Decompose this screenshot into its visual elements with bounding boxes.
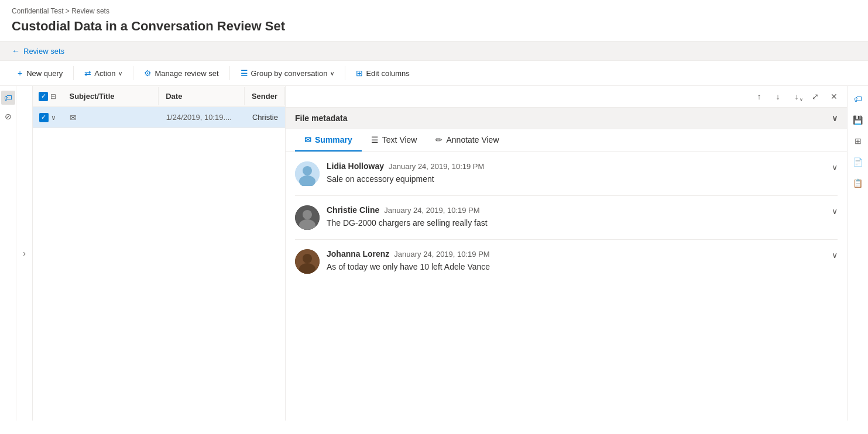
manage-review-set-label: Manage review set (155, 69, 218, 78)
close-panel-button[interactable]: ✕ (826, 88, 842, 105)
expand-panel-button[interactable]: ⤢ (807, 88, 824, 105)
svg-point-4 (303, 210, 312, 219)
file-metadata-label: File metadata (295, 113, 347, 123)
message-time-3: January 24, 2019, 10:19 PM (394, 250, 489, 259)
avatar-1-svg (295, 161, 320, 186)
gear-icon: ⚙ (144, 68, 152, 78)
expand-list-button[interactable]: › (16, 86, 33, 421)
group-icon: ☰ (241, 68, 248, 78)
content-area: ⊟ Subject/Title Date Sender ∨ ✉ 1/24/201… (33, 86, 285, 421)
group-by-label: Group by conversation (251, 69, 328, 78)
message-text-1: Sale on accessory equipment (327, 173, 825, 185)
navigate-down-alt-button[interactable]: ↓ ∨ (788, 88, 805, 105)
svg-point-7 (303, 254, 312, 263)
panel-toolbar: ↑ ↓ ↓ ∨ ⤢ ✕ (286, 86, 847, 108)
tab-summary[interactable]: ✉ Summary (295, 129, 362, 151)
message-expand-2[interactable]: ∨ (832, 205, 838, 216)
file-metadata-bar: File metadata ∨ (286, 108, 847, 129)
message-expand-3[interactable]: ∨ (832, 249, 838, 260)
row-expand-icon[interactable]: ∨ (51, 113, 56, 122)
row-date: 1/24/2019, 10:19.... (159, 109, 245, 125)
text-view-icon: ☰ (371, 135, 379, 144)
right-rail: 🏷 💾 ⊞ 📄 📋 (847, 86, 868, 421)
svg-point-1 (303, 166, 312, 175)
rail-table-icon[interactable]: ⊞ (850, 133, 866, 149)
manage-review-set-button[interactable]: ⚙ Manage review set (138, 66, 224, 81)
file-metadata-chevron-icon[interactable]: ∨ (832, 113, 838, 123)
message-header-1: Lidia Holloway January 24, 2019, 10:19 P… (327, 161, 825, 171)
tab-text-view[interactable]: ☰ Text View (362, 129, 427, 151)
edit-columns-button[interactable]: ⊞ Edit columns (350, 66, 415, 81)
back-nav-label[interactable]: Review sets (23, 47, 64, 56)
message-content-1: Lidia Holloway January 24, 2019, 10:19 P… (327, 161, 825, 185)
main-area: 🏷 ⊘ › ⊟ Subject/Title Date Sender (0, 86, 868, 421)
action-label: Action (94, 69, 115, 78)
annotate-icon: ✏ (435, 135, 442, 144)
tab-annotate-view[interactable]: ✏ Annotate View (426, 129, 508, 151)
back-nav[interactable]: ← Review sets (0, 42, 868, 61)
message-text-2: The DG-2000 chargers are selling really … (327, 217, 825, 229)
expand-arrow-icon: › (23, 249, 26, 258)
group-by-conversation-button[interactable]: ☰ Group by conversation ∨ (235, 66, 341, 81)
header-subject: Subject/Title (62, 87, 159, 105)
message-expand-1[interactable]: ∨ (832, 161, 838, 172)
message-item-3: Johanna Lorenz January 24, 2019, 10:19 P… (295, 240, 838, 283)
breadcrumb-separator: > (66, 7, 70, 15)
header-date: Date (159, 87, 245, 105)
group-chevron-icon: ∨ (330, 70, 334, 77)
message-content-3: Johanna Lorenz January 24, 2019, 10:19 P… (327, 249, 825, 273)
rail-doc2-icon[interactable]: 📋 (850, 175, 866, 191)
action-icon: ⇄ (84, 68, 91, 78)
message-item-2: Christie Cline January 24, 2019, 10:19 P… (295, 196, 838, 240)
plus-icon: + (18, 68, 22, 78)
message-time-1: January 24, 2019, 10:19 PM (389, 162, 484, 171)
right-panel: ↑ ↓ ↓ ∨ ⤢ ✕ File metadata ∨ ✉ Summary ☰ … (285, 86, 847, 421)
row-sender: Christie (245, 109, 285, 125)
action-button[interactable]: ⇄ Action ∨ (78, 66, 128, 81)
sidebar-filter-icon[interactable]: ⊘ (1, 109, 15, 123)
row-checkbox-area: ∨ (33, 113, 63, 122)
tab-text-view-label: Text View (382, 135, 417, 144)
sidebar-tag-icon[interactable]: 🏷 (1, 91, 15, 105)
select-all-checkbox[interactable] (39, 92, 48, 101)
new-query-button[interactable]: + New query (12, 66, 68, 81)
message-header-3: Johanna Lorenz January 24, 2019, 10:19 P… (327, 249, 825, 259)
table-row[interactable]: ∨ ✉ 1/24/2019, 10:19.... Christie (33, 107, 285, 128)
mail-icon: ✉ (70, 113, 77, 122)
avatar-2 (295, 205, 320, 230)
navigate-up-button[interactable]: ↑ (751, 88, 767, 105)
messages-area: Lidia Holloway January 24, 2019, 10:19 P… (286, 152, 847, 421)
rail-tag-icon[interactable]: 🏷 (850, 91, 866, 107)
summary-mail-icon: ✉ (304, 135, 311, 144)
avatar-3-svg (295, 249, 320, 274)
toolbar-divider-1 (73, 66, 74, 80)
avatar-3 (295, 249, 320, 274)
message-content-2: Christie Cline January 24, 2019, 10:19 P… (327, 205, 825, 229)
message-item-1: Lidia Holloway January 24, 2019, 10:19 P… (295, 152, 838, 196)
back-arrow-icon: ← (12, 46, 20, 56)
message-sender-2: Christie Cline (327, 205, 379, 215)
page-title: Custodial Data in a Conversation Review … (12, 19, 856, 34)
toolbar-divider-3 (229, 66, 230, 80)
down-arrow-icon: ↓ (795, 92, 799, 101)
breadcrumb-link[interactable]: Confidential Test (12, 7, 64, 15)
breadcrumb[interactable]: Confidential Test > Review sets (12, 7, 856, 15)
top-bar: Confidential Test > Review sets Custodia… (0, 0, 868, 42)
message-time-2: January 24, 2019, 10:19 PM (384, 206, 479, 215)
left-sidebar: 🏷 ⊘ (0, 86, 16, 421)
tab-annotate-label: Annotate View (446, 135, 499, 144)
navigate-down-button[interactable]: ↓ (770, 88, 786, 105)
row-checkbox[interactable] (39, 113, 49, 122)
new-query-label: New query (26, 69, 63, 78)
toolbar: + New query ⇄ Action ∨ ⚙ Manage review s… (0, 61, 868, 86)
message-sender-1: Lidia Holloway (327, 161, 384, 171)
message-sender-3: Johanna Lorenz (327, 249, 389, 259)
avatar-1 (295, 161, 320, 186)
rail-save-icon[interactable]: 💾 (850, 112, 866, 128)
columns-icon: ⊞ (356, 68, 363, 78)
action-chevron-icon: ∨ (118, 70, 122, 77)
edit-columns-label: Edit columns (366, 69, 409, 78)
message-header-2: Christie Cline January 24, 2019, 10:19 P… (327, 205, 825, 215)
rail-doc-icon[interactable]: 📄 (850, 154, 866, 170)
tabs: ✉ Summary ☰ Text View ✏ Annotate View (286, 129, 847, 152)
